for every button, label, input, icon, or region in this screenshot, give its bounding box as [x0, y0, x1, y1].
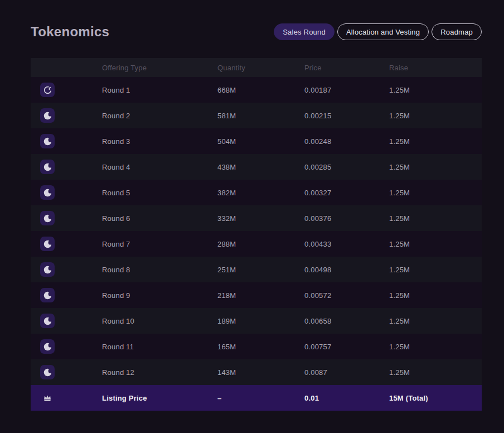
table-header-row: Offering Type Quantity Price Raise: [31, 58, 482, 77]
table-row: Round 2 581M 0.00215 1.25M: [31, 103, 482, 128]
price-cell: 0.00285: [304, 163, 389, 171]
tab-roadmap[interactable]: Roadmap: [432, 23, 482, 40]
quantity-cell: –: [217, 394, 304, 402]
section-header: Tokenomics Sales Round Allocation and Ve…: [0, 0, 504, 40]
table-row: Round 11 165M 0.00757 1.25M: [31, 334, 482, 359]
table-row: Round 7 288M 0.00433 1.25M: [31, 231, 482, 257]
raise-cell: 1.25M: [389, 291, 482, 300]
table-row: Round 4 438M 0.00285 1.25M: [31, 154, 482, 180]
tab-sales-round[interactable]: Sales Round: [274, 23, 335, 40]
offering-type-cell: Round 8: [102, 266, 217, 274]
tokenomics-table: Offering Type Quantity Price Raise Round…: [31, 58, 482, 411]
price-cell: 0.00248: [304, 137, 389, 146]
crown-icon: [40, 391, 55, 405]
offering-type-cell: Round 11: [102, 343, 217, 351]
offering-type-cell: Round 2: [102, 112, 217, 120]
raise-cell: 1.25M: [389, 214, 482, 223]
price-cell: 0.00327: [304, 189, 389, 197]
offering-type-cell: Round 4: [102, 163, 217, 171]
offering-type-cell: Round 9: [102, 291, 217, 300]
table-row: Round 9 218M 0.00572 1.25M: [31, 282, 482, 308]
price-cell: 0.00376: [304, 214, 389, 223]
tab-allocation-and-vesting[interactable]: Allocation and Vesting: [337, 23, 429, 40]
moon-icon: [40, 365, 55, 379]
price-cell: 0.01: [304, 394, 389, 402]
table-row: Round 1 668M 0.00187 1.25M: [31, 77, 482, 103]
offering-type-cell: Round 3: [102, 137, 217, 146]
table-row: Round 10 189M 0.00658 1.25M: [31, 308, 482, 334]
quantity-cell: 332M: [217, 214, 304, 223]
price-cell: 0.00572: [304, 291, 389, 300]
price-cell: 0.0087: [304, 368, 389, 377]
price-cell: 0.00498: [304, 266, 389, 274]
quantity-cell: 581M: [217, 112, 304, 120]
offering-type-cell: Round 1: [102, 86, 217, 94]
quantity-cell: 218M: [217, 291, 304, 300]
offering-type-cell: Round 7: [102, 240, 217, 248]
moon-icon: [40, 185, 55, 200]
raise-cell: 1.25M: [389, 137, 482, 146]
table-row: Round 5 382M 0.00327 1.25M: [31, 180, 482, 205]
table-row: Round 12 143M 0.0087 1.25M: [31, 359, 482, 385]
moon-outline-icon: [40, 83, 55, 97]
offering-type-cell: Listing Price: [102, 394, 217, 402]
raise-cell: 1.25M: [389, 368, 482, 377]
moon-icon: [40, 288, 55, 302]
page-title: Tokenomics: [31, 24, 109, 40]
quantity-cell: 438M: [217, 163, 304, 171]
header-cell-offering-type: Offering Type: [102, 64, 217, 72]
raise-cell: 1.25M: [389, 266, 482, 274]
tokenomics-page: Tokenomics Sales Round Allocation and Ve…: [0, 0, 504, 433]
moon-icon: [40, 237, 55, 251]
header-cell-quantity: Quantity: [217, 64, 304, 72]
raise-cell: 1.25M: [389, 317, 482, 325]
table-row: Round 8 251M 0.00498 1.25M: [31, 257, 482, 282]
table-row: Listing Price – 0.01 15M (Total): [31, 385, 482, 411]
quantity-cell: 189M: [217, 317, 304, 325]
raise-cell: 1.25M: [389, 163, 482, 171]
price-cell: 0.00215: [304, 112, 389, 120]
table-row: Round 6 332M 0.00376 1.25M: [31, 205, 482, 231]
offering-type-cell: Round 12: [102, 368, 217, 377]
price-cell: 0.00187: [304, 86, 389, 94]
quantity-cell: 143M: [217, 368, 304, 377]
moon-icon: [40, 134, 55, 148]
quantity-cell: 668M: [217, 86, 304, 94]
table-row: Round 3 504M 0.00248 1.25M: [31, 128, 482, 154]
raise-cell: 1.25M: [389, 189, 482, 197]
moon-icon: [40, 339, 55, 354]
moon-icon: [40, 262, 55, 277]
raise-cell: 1.25M: [389, 86, 482, 94]
header-cell-price: Price: [304, 64, 389, 72]
price-cell: 0.00757: [304, 343, 389, 351]
moon-icon: [40, 211, 55, 225]
table-body: Round 1 668M 0.00187 1.25M Round 2 581M …: [31, 77, 482, 411]
quantity-cell: 288M: [217, 240, 304, 248]
moon-icon: [40, 314, 55, 328]
price-cell: 0.00433: [304, 240, 389, 248]
quantity-cell: 504M: [217, 137, 304, 146]
raise-cell: 1.25M: [389, 112, 482, 120]
quantity-cell: 382M: [217, 189, 304, 197]
offering-type-cell: Round 10: [102, 317, 217, 325]
raise-cell: 15M (Total): [389, 394, 482, 402]
quantity-cell: 251M: [217, 266, 304, 274]
raise-cell: 1.25M: [389, 343, 482, 351]
moon-icon: [40, 160, 55, 174]
price-cell: 0.00658: [304, 317, 389, 325]
offering-type-cell: Round 6: [102, 214, 217, 223]
tab-group: Sales Round Allocation and Vesting Roadm…: [274, 23, 482, 40]
quantity-cell: 165M: [217, 343, 304, 351]
offering-type-cell: Round 5: [102, 189, 217, 197]
raise-cell: 1.25M: [389, 240, 482, 248]
moon-icon: [40, 108, 55, 123]
header-cell-raise: Raise: [389, 64, 482, 72]
